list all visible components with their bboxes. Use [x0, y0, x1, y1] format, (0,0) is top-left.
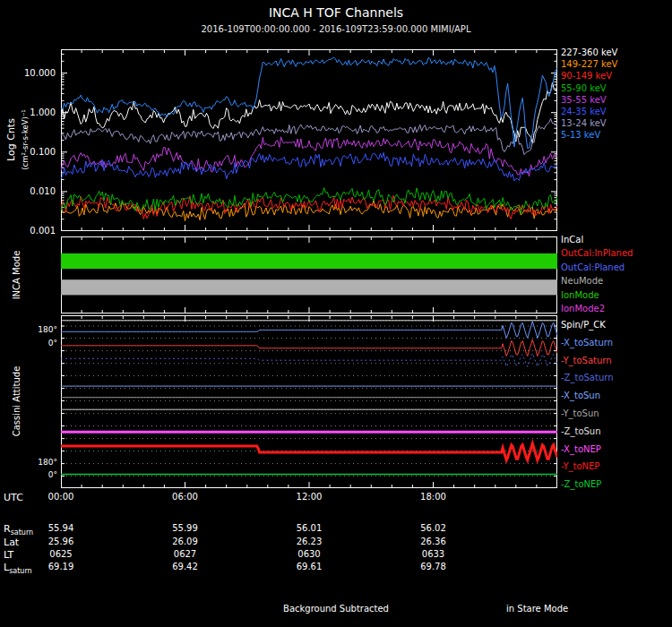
mode-bar-neumode [61, 279, 557, 295]
tof-legend-149-227-kev: 149-227 keV [561, 59, 617, 69]
attitude-legend--x-tonep: -X_toNEP [561, 444, 601, 454]
mode-legend-outcal-planed: OutCal:Planed [561, 262, 625, 272]
info-row-label-lt: LT [4, 549, 13, 561]
trace-24-35-kev [61, 152, 557, 181]
page-subtitle: 2016-109T00:00:00.000 - 2016-109T23:59:0… [0, 24, 672, 34]
trace-35-55-kev [61, 137, 557, 176]
trace-227-360-kev [61, 82, 557, 143]
info-row-label-main: R [4, 523, 11, 535]
attitude-y-tick-label: 180° [32, 325, 57, 334]
tof-legend-35-55-kev: 35-55 keV [561, 95, 607, 105]
trace--y-tonep [61, 443, 557, 460]
info-value-lat: 26.36 [407, 537, 461, 546]
y-tick-label: 10.000 [13, 68, 56, 78]
attitude-legend-spin-p-ck: Spin/P_CK [561, 320, 606, 330]
attitude-legend--z-tosaturn: -Z_toSaturn [561, 373, 614, 382]
info-value-lat: 25.96 [34, 537, 88, 546]
tof-counts-panel [61, 49, 557, 231]
info-value-l: 69.19 [34, 562, 88, 571]
mode-legend-neumode: NeuMode [561, 276, 603, 286]
info-value-l: 69.78 [407, 562, 461, 571]
trace--y-tosaturn [61, 339, 557, 356]
attitude-legend--y-tosun: -Y_toSun [561, 408, 599, 418]
tof-legend-13-24-kev: 13-24 keV [561, 118, 607, 128]
tof-legend-90-149-kev: 90-149 keV [561, 71, 612, 81]
info-value-l: 69.42 [159, 562, 212, 571]
inca-mode-panel [61, 236, 557, 314]
info-value-r: 56.02 [407, 523, 461, 533]
y-tick-label: 1.000 [13, 107, 56, 117]
mode-legend-ionmode: IonMode [561, 290, 599, 300]
mode-legend-ionmode2: IonMode2 [561, 304, 605, 314]
page-title: INCA H TOF Channels [0, 5, 672, 20]
info-row-label-lat: Lat [4, 537, 19, 548]
info-value-lt: 0633 [407, 549, 461, 559]
info-value-r: 55.99 [159, 523, 212, 533]
y-tick-label: 0.010 [13, 186, 56, 196]
tof-legend-24-35-kev: 24-35 keV [561, 107, 607, 116]
x-tick-label: 00:00 [39, 492, 83, 502]
info-row-label-l: Lsaturn [4, 562, 32, 573]
mode-y-axis-label: INCA Mode [12, 251, 22, 300]
info-row-label-sub: saturn [11, 528, 34, 537]
info-row-label-main: Lat [4, 537, 19, 548]
utc-label: UTC [4, 492, 23, 503]
footer-stare-mode: in Stare Mode [506, 604, 568, 614]
attitude-y-tick-label: 180° [32, 458, 57, 467]
attitude-legend--x-tosaturn: -X_toSaturn [561, 338, 613, 348]
attitude-y-tick-label: 0° [32, 339, 57, 348]
tof-legend-5-13-kev: 5-13 keV [561, 130, 600, 140]
info-value-lt: 0627 [159, 549, 212, 559]
trace--z-tosaturn [61, 354, 557, 367]
mode-legend-outcal-inplaned: OutCal:InPlaned [561, 248, 633, 258]
attitude-legend--z-tonep: -Z_toNEP [561, 479, 601, 489]
mode-legend-incal: InCal [561, 235, 583, 245]
trace--x-tosaturn [61, 322, 557, 339]
tof-legend-227-360-kev: 227-360 keV [561, 47, 617, 57]
x-tick-label: 06:00 [163, 492, 208, 502]
y-tick-label: 0.100 [13, 147, 56, 157]
info-row-label-sub: saturn [9, 567, 32, 575]
info-value-lat: 26.09 [159, 537, 212, 546]
trace-5-13-kev [61, 57, 557, 148]
inca-tof-screen: INCA H TOF Channels 2016-109T00:00:00.00… [0, 0, 672, 627]
info-row-label-main: LT [4, 549, 13, 561]
attitude-legend--y-tonep: -Y_toNEP [561, 461, 599, 471]
tof-y-axis-units: (cm²-sr-s-keV)⁻¹ [21, 109, 30, 170]
info-value-lat: 26.23 [282, 537, 336, 546]
info-row-label-r: Rsaturn [4, 523, 33, 535]
info-value-lt: 0625 [34, 549, 88, 559]
cassini-attitude-panel [61, 315, 557, 488]
tof-legend-55-90-kev: 55-90 keV [561, 83, 607, 93]
mode-bar-ionmode [61, 253, 557, 269]
attitude-legend--x-tosun: -X_toSun [561, 391, 600, 400]
y-tick-label: 0.001 [13, 226, 56, 236]
x-tick-label: 12:00 [287, 492, 332, 502]
attitude-legend--y-tosaturn: -Y_toSaturn [561, 356, 612, 365]
info-value-l: 69.61 [282, 562, 336, 571]
footer-background-subtracted: Background Subtracted [0, 604, 672, 614]
attitude-y-axis-label: Cassini Attitude [12, 366, 22, 437]
attitude-y-tick-label: 0° [32, 470, 57, 479]
info-value-lt: 0630 [282, 549, 336, 559]
info-value-r: 55.94 [34, 523, 88, 533]
info-value-r: 56.01 [282, 523, 336, 533]
x-tick-label: 18:00 [411, 492, 456, 502]
attitude-legend--z-tosun: -Z_toSun [561, 426, 601, 436]
